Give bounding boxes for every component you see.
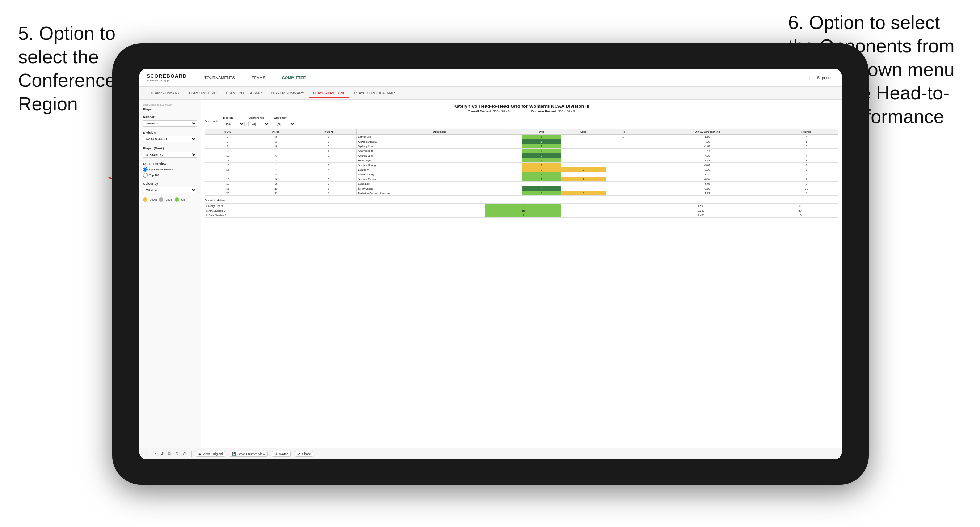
opponent-radio-group: Opponents Played Top 100 (143, 167, 197, 178)
cell-opponent: Jessica Huang (356, 163, 522, 167)
view-original-icon: ◉ (198, 452, 201, 456)
cell-conf: 2 (301, 182, 356, 186)
overall-record: Overall Record: 353 - 34 - 6 (468, 110, 510, 113)
cell-conf: 1 (301, 135, 356, 139)
tab-player-h2h-grid[interactable]: PLAYER H2H GRID (309, 89, 349, 98)
cell-tie: 1 (606, 135, 640, 139)
save-custom-button[interactable]: 💾 Save Custom View (229, 451, 267, 457)
redo-icon[interactable]: ↪ (153, 451, 156, 456)
player-rank-select[interactable]: 8. Katelyn Vo (143, 152, 197, 158)
table-row: 13 1 1 Jessica Huang 1 -3.00 2 (205, 163, 838, 167)
tablet-frame: SCOREBOARD Powered by clippd TOURNAMENTS… (112, 43, 869, 485)
cell-diff: 3.67 (640, 149, 775, 153)
sidebar-division-section: Division NCAA Division III (143, 131, 197, 142)
table-row: 18 2 2 Euna Lee -5.00 2 (205, 182, 838, 186)
sign-out-button[interactable]: Sign out (814, 74, 834, 81)
table-row: 14 7 4 Eunice Yi 2 2 0.38 9 (205, 167, 838, 172)
cell-conf: 2 (301, 139, 356, 144)
radio-opponents-played[interactable]: Opponents Played (143, 167, 197, 172)
cell-win: 1 (522, 135, 561, 139)
copy-icon[interactable]: ⧉ (168, 451, 171, 456)
cell-diff: -5.00 (640, 182, 775, 186)
filter-conference: Conference (All) (248, 116, 270, 126)
cell-div: 16 (205, 177, 251, 182)
cell-opponent: Andrea York (356, 153, 522, 158)
cell-win: 1 (522, 139, 561, 144)
legend-down-label: Down (150, 198, 157, 202)
table-row: 20 11 7 Federica Domecq Lacroze 2 1 1.33… (205, 191, 838, 196)
sidebar: Last Updated: 27/03/2024 Player Gender W… (139, 100, 201, 448)
tab-team-h2h-heatmap[interactable]: TEAM H2H HEATMAP (222, 89, 266, 98)
sidebar-gender-section: Gender Women's (143, 115, 197, 127)
conference-filter-label: Conference (248, 116, 270, 120)
division-select[interactable]: NCAA Division III (143, 136, 197, 142)
nav-committee[interactable]: COMMITTEE (279, 74, 309, 81)
opponent-filter-label: Opponent (274, 116, 296, 120)
cell-conf: 6 (301, 186, 356, 191)
ood-row: NAIA Division 1 15 9.267 30 (205, 208, 838, 213)
data-table: # Div # Reg # Conf Opponent Win Loss Tie… (205, 129, 838, 196)
region-filter-select[interactable]: (All) (223, 122, 245, 126)
watch-button[interactable]: 👁 Watch (272, 451, 291, 457)
cell-opponent: Euna Lee (356, 182, 522, 186)
nav-teams[interactable]: TEAMS (249, 74, 268, 81)
ood-diff: 7.400 (640, 213, 762, 218)
cell-diff: -3.00 (640, 163, 775, 167)
ood-loss (561, 213, 601, 218)
ood-diff: 4.500 (640, 204, 762, 208)
table-row: 16 3 3 Jessica Mason 1 2 -0.94 7 (205, 177, 838, 182)
cell-reg: 3 (251, 135, 301, 139)
ood-row: NCAA Division 2 5 7.400 10 (205, 213, 838, 218)
cell-loss: 2 (561, 177, 606, 182)
undo-icon[interactable]: ↩ (145, 451, 148, 456)
division-record: Division Record: 331 - 34 - 6 (531, 110, 575, 113)
opponent-view-label: Opponent view (143, 162, 197, 166)
paste-icon[interactable]: ⊕ (175, 451, 178, 456)
grid-title: Katelyn Vo Head-to-Head Grid for Women's… (205, 103, 838, 109)
cell-opponent: Emily Chang (356, 186, 522, 191)
cell-opponent: Heejo Hyun (356, 158, 522, 163)
legend-down-dot (143, 197, 147, 202)
radio-top100[interactable]: Top 100 (143, 173, 197, 178)
cell-rounds: 3 (775, 149, 838, 153)
cell-reg: 6 (251, 153, 301, 158)
tab-player-h2h-heatmap[interactable]: PLAYER H2H HEATMAP (350, 89, 398, 98)
cell-tie (606, 158, 640, 163)
top-nav: SCOREBOARD Powered by clippd TOURNAMENTS… (139, 69, 842, 87)
watch-icon: 👁 (274, 452, 278, 456)
opponent-filter-select[interactable]: (All) (274, 122, 296, 126)
cell-win: 1 (522, 144, 561, 149)
conference-filter-select[interactable]: (All) (248, 122, 270, 126)
tab-team-h2h-grid[interactable]: TEAM H2H GRID (185, 89, 221, 98)
cell-reg: 3 (251, 177, 301, 182)
view-original-button[interactable]: ◉ View: Original (196, 451, 225, 457)
cell-reg: 1 (251, 149, 301, 153)
table-row: 6 3 3 Sydney Kuo 1 -1.00 3 (205, 144, 838, 149)
cell-loss (561, 144, 606, 149)
grid-area: Katelyn Vo Head-to-Head Grid for Women's… (201, 100, 842, 448)
col-diff: Diff Av Strokes/Rnd (640, 130, 775, 135)
cell-loss (561, 139, 606, 144)
cell-loss: 2 (561, 167, 606, 172)
tab-player-summary[interactable]: PLAYER SUMMARY (267, 89, 308, 98)
colour-by-select[interactable]: Win/loss (143, 187, 197, 193)
cell-conf: 3 (301, 153, 356, 158)
gender-select[interactable]: Women's (143, 121, 197, 127)
cell-reg: 3 (251, 144, 301, 149)
tab-team-summary[interactable]: TEAM SUMMARY (146, 89, 183, 98)
ood-win: 1 (485, 204, 562, 208)
cell-win: 2 (522, 153, 561, 158)
time-icon[interactable]: ⏱ (183, 452, 187, 456)
ood-tie (601, 204, 640, 208)
cell-rounds: 11 (775, 186, 838, 191)
region-filter-label: Region (223, 116, 245, 120)
nav-tournaments[interactable]: TOURNAMENTS (201, 74, 238, 81)
cell-loss (561, 186, 606, 191)
legend-up-label: Up (181, 198, 185, 202)
share-button[interactable]: ↗ Share (295, 451, 313, 457)
cell-loss: 1 (561, 191, 606, 196)
watch-label: Watch (279, 452, 288, 456)
reset-icon[interactable]: ↺ (161, 451, 164, 456)
cell-opponent: Stella Cheng (356, 172, 522, 177)
save-icon: 💾 (232, 452, 236, 456)
